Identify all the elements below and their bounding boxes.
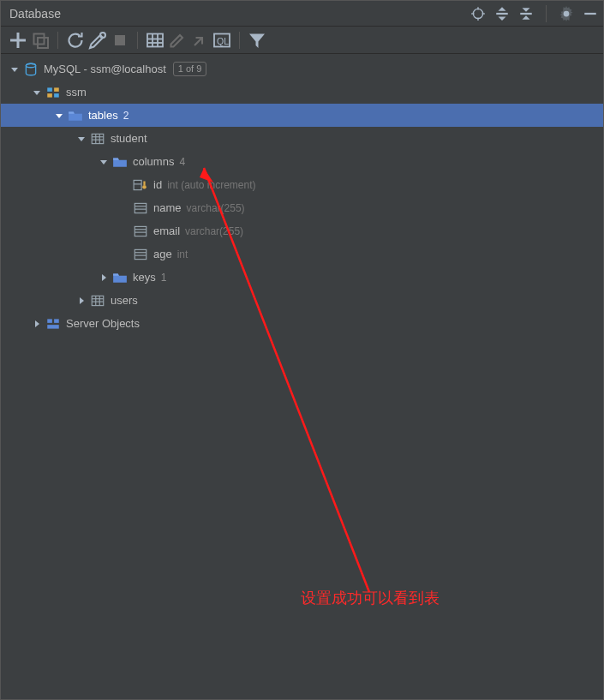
- svg-marker-7: [499, 16, 506, 21]
- svg-rect-44: [143, 181, 145, 185]
- tree-table-student[interactable]: student: [1, 127, 603, 150]
- tree-keys-folder[interactable]: keys 1: [1, 266, 603, 289]
- svg-rect-63: [54, 319, 59, 323]
- schema-label: ssm: [66, 86, 87, 99]
- filter-button[interactable]: [247, 30, 267, 51]
- datasource-badge: 1 of 9: [173, 62, 207, 76]
- svg-marker-55: [80, 297, 84, 304]
- tree-column-name[interactable]: name varchar(255): [1, 196, 603, 219]
- toolbar: QL: [1, 27, 603, 54]
- svg-rect-14: [34, 33, 45, 44]
- columns-count: 4: [179, 156, 185, 168]
- folder-icon: [112, 155, 128, 169]
- query-console-button[interactable]: QL: [212, 30, 232, 51]
- chevron-down-icon[interactable]: [8, 63, 21, 76]
- chevron-right-icon[interactable]: [30, 317, 44, 331]
- svg-marker-9: [523, 8, 530, 12]
- table-student-label: student: [111, 132, 147, 145]
- key-column-icon: [133, 178, 148, 192]
- svg-rect-8: [520, 12, 532, 14]
- database-tree: MySQL - ssm@localhost 1 of 9 ssm tables …: [1, 54, 603, 335]
- svg-point-16: [100, 33, 105, 38]
- svg-marker-28: [33, 91, 40, 95]
- edit-button: [167, 30, 188, 51]
- svg-text:QL: QL: [217, 35, 229, 45]
- tree-tables-folder[interactable]: tables 2: [1, 104, 603, 127]
- refresh-button[interactable]: [65, 30, 86, 51]
- table-icon: [90, 132, 105, 146]
- svg-marker-6: [499, 7, 506, 11]
- tree-column-age[interactable]: age int: [1, 242, 603, 266]
- chevron-down-icon[interactable]: [52, 109, 66, 123]
- expand-all-icon[interactable]: [494, 6, 510, 21]
- properties-button[interactable]: [87, 30, 108, 51]
- header-separator: [546, 5, 547, 22]
- tree-column-id[interactable]: id int (auto increment): [1, 173, 603, 196]
- tree-columns-folder[interactable]: columns 4: [1, 150, 603, 173]
- svg-rect-62: [47, 319, 52, 323]
- datasource-label: MySQL - ssm@localhost: [44, 63, 166, 75]
- svg-marker-25: [249, 33, 265, 48]
- tree-datasource[interactable]: MySQL - ssm@localhost 1 of 9: [1, 57, 603, 81]
- table-view-button[interactable]: [145, 30, 165, 51]
- tables-count: 2: [123, 110, 129, 122]
- collapse-all-icon[interactable]: [518, 6, 534, 21]
- svg-marker-61: [35, 320, 39, 327]
- svg-rect-35: [92, 134, 104, 143]
- add-button[interactable]: [8, 30, 28, 51]
- svg-rect-5: [496, 12, 508, 14]
- copy-button: [30, 30, 51, 51]
- svg-rect-45: [135, 203, 147, 212]
- annotation-text: 设置成功可以看到表: [301, 588, 440, 608]
- chevron-right-icon[interactable]: [75, 294, 88, 308]
- minimize-icon[interactable]: [583, 6, 598, 21]
- tables-label: tables: [88, 109, 118, 122]
- server-objects-label: Server Objects: [66, 317, 140, 330]
- tree-schema[interactable]: ssm: [1, 81, 603, 104]
- column-name-type: varchar(255): [187, 202, 245, 214]
- column-email-type: varchar(255): [185, 225, 243, 237]
- svg-marker-54: [102, 274, 106, 281]
- tree-table-users[interactable]: users: [1, 289, 603, 312]
- toolbar-separator-3: [239, 32, 240, 49]
- gear-icon[interactable]: [559, 6, 574, 21]
- chevron-down-icon[interactable]: [75, 132, 88, 146]
- tree-column-email[interactable]: email varchar(255): [1, 219, 603, 242]
- svg-rect-18: [147, 33, 163, 46]
- column-icon: [133, 224, 148, 238]
- columns-label: columns: [133, 155, 174, 168]
- panel-title: Database: [6, 7, 470, 21]
- column-icon: [133, 248, 148, 261]
- datasource-icon: [23, 63, 39, 76]
- svg-rect-17: [115, 35, 125, 45]
- jump-button: [189, 30, 210, 51]
- chevron-right-icon[interactable]: [97, 271, 111, 284]
- table-users-label: users: [111, 294, 138, 307]
- schema-icon: [45, 86, 61, 99]
- keys-label: keys: [133, 271, 156, 284]
- svg-rect-64: [47, 325, 59, 329]
- column-email-name: email: [153, 224, 180, 237]
- svg-marker-10: [523, 15, 530, 20]
- folder-icon: [68, 109, 83, 123]
- svg-rect-56: [92, 296, 104, 305]
- svg-point-0: [473, 9, 482, 18]
- column-icon: [133, 201, 148, 215]
- column-name-name: name: [153, 201, 182, 214]
- keys-count: 1: [161, 272, 167, 284]
- svg-marker-34: [78, 137, 85, 141]
- svg-point-27: [26, 63, 35, 68]
- tree-server-objects[interactable]: Server Objects: [1, 312, 603, 335]
- chevron-down-icon[interactable]: [97, 155, 111, 169]
- svg-rect-31: [47, 93, 52, 98]
- target-icon[interactable]: [470, 6, 486, 21]
- svg-marker-33: [56, 114, 63, 118]
- column-age-name: age: [153, 248, 172, 260]
- svg-rect-29: [47, 87, 52, 92]
- chevron-down-icon[interactable]: [30, 86, 44, 99]
- svg-rect-15: [38, 38, 48, 48]
- toolbar-separator-1: [57, 32, 58, 49]
- toolbar-separator-2: [137, 32, 138, 49]
- svg-marker-26: [11, 68, 18, 72]
- svg-point-43: [142, 185, 147, 189]
